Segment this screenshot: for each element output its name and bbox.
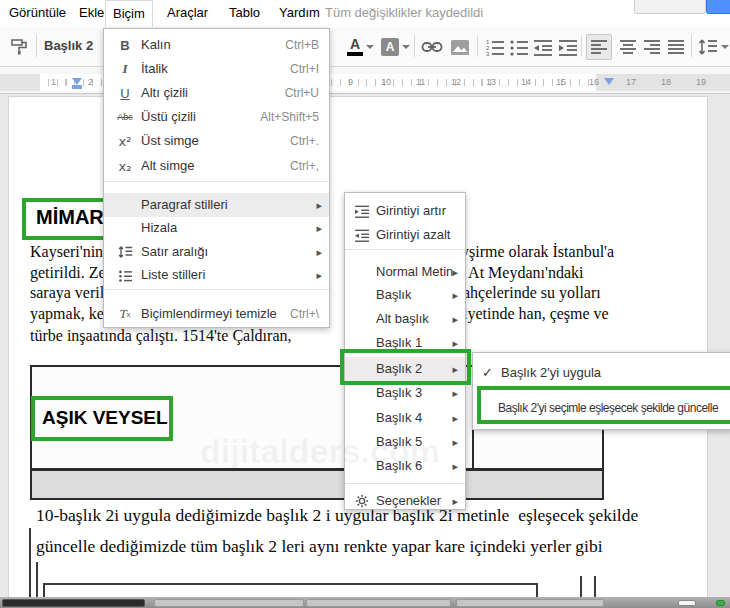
doc-body-line: yapmak, ker (30, 305, 109, 323)
menu-item-underline[interactable]: U Altı çizili Ctrl+U (104, 81, 329, 105)
menu-separator (104, 181, 329, 182)
menu-item-italic[interactable]: I İtalik Ctrl+I (104, 57, 329, 81)
doc-body-line: türbe inşaatında çalıştı. 1514'te Çaldır… (30, 327, 291, 345)
highlight-color-icon[interactable]: A (379, 36, 401, 58)
left-indent-marker[interactable] (72, 78, 82, 85)
menu-item-apply-heading2[interactable]: ✓ Başlık 2'yi uygula (473, 359, 730, 387)
share-button[interactable] (706, 0, 730, 14)
menu-yardim[interactable]: Yardım (272, 0, 327, 26)
doc-table-shaded-row[interactable] (30, 469, 604, 500)
submenu-arrow-icon: ▸ (316, 263, 322, 287)
decrease-indent-icon[interactable] (532, 36, 554, 58)
align-justify-icon[interactable] (665, 36, 687, 58)
menu-item-line-spacing[interactable]: Satır aralığı ▸ (104, 240, 329, 264)
doc-body-line: Kayseri'nin (30, 243, 103, 261)
submenu-arrow-icon: ▸ (452, 381, 458, 405)
italic-icon: I (113, 57, 137, 81)
paint-format-icon[interactable] (8, 36, 30, 58)
submenu-arrow-icon: ▸ (452, 406, 458, 430)
menu-item-heading-2[interactable]: Başlık 2▸ (345, 357, 465, 381)
toolbar-separator (581, 35, 582, 57)
doc-bottom-line: güncelle dediğimizde tüm başlık 2 leri a… (36, 536, 603, 557)
increase-indent-icon (350, 199, 374, 223)
heading2-submenu-panel: ✓ Başlık 2'yi uygula Başlık 2'yi seçimle… (472, 352, 730, 430)
ruler-number: 18 (661, 77, 671, 87)
menu-item-options[interactable]: Seçenekler ▸ (345, 489, 465, 510)
comments-button[interactable] (634, 0, 706, 14)
submenu-arrow-icon: ▸ (452, 454, 458, 478)
line-spacing-caret-icon[interactable] (721, 45, 729, 49)
doc-table-border (29, 528, 31, 597)
underline-icon: U (113, 81, 137, 105)
watermark-text: dijitalders.com (200, 432, 440, 471)
menu-item-subtitle[interactable]: Alt başlık▸ (345, 307, 465, 331)
toolbar-separator (414, 35, 415, 57)
menu-separator (104, 289, 329, 290)
ruler-number: 15 (556, 77, 566, 87)
ruler-number: 13 (486, 77, 496, 87)
taskbar-button[interactable] (154, 599, 304, 607)
menu-bicim[interactable]: Biçim (105, 0, 153, 27)
menu-item-heading-3[interactable]: Başlık 3▸ (345, 381, 465, 405)
taskbar-button[interactable] (456, 599, 604, 607)
doc-heading-veysel: AŞIK VEYSEL (42, 407, 168, 429)
submenu-arrow-icon: ▸ (316, 216, 322, 240)
taskbar-button-active[interactable] (2, 599, 145, 607)
text-color-icon[interactable]: A (344, 36, 366, 58)
bulleted-list-icon[interactable] (508, 36, 530, 58)
list-styles-icon (113, 263, 137, 287)
increase-indent-icon[interactable] (557, 36, 579, 58)
submenu-arrow-icon: ▸ (316, 193, 322, 217)
ruler-number: 2 (88, 77, 93, 87)
doc-body-line: ahçelerinde su yolları (463, 284, 601, 302)
highlight-color-caret-icon[interactable] (402, 45, 410, 49)
insert-image-icon[interactable] (449, 36, 471, 58)
ruler-number: 9 (348, 77, 353, 87)
menu-item-update-heading2[interactable]: Başlık 2'yi seçimle eşleşecek şekilde gü… (473, 389, 730, 427)
menu-item-heading-4[interactable]: Başlık 4▸ (345, 406, 465, 430)
line-spacing-icon (113, 240, 137, 264)
ruler-number: 16 (589, 77, 599, 87)
menu-separator (345, 483, 465, 484)
line-spacing-icon[interactable] (697, 36, 719, 58)
doc-table-border (43, 583, 538, 585)
insert-link-icon[interactable] (421, 36, 443, 58)
taskbar-button[interactable] (306, 599, 451, 607)
toolbar-separator (36, 35, 37, 57)
taskbar-tray-item[interactable] (678, 600, 696, 606)
superscript-icon: x² (113, 129, 137, 153)
menu-araclar[interactable]: Araçlar (160, 0, 215, 26)
ruler-number: 11 (416, 77, 425, 87)
menu-goruntule[interactable]: Görüntüle (2, 0, 73, 26)
left-margin-marker[interactable] (72, 85, 82, 89)
text-color-caret-icon[interactable] (366, 45, 374, 49)
menu-item-decrease-indent[interactable]: Girintiyi azalt (345, 223, 465, 247)
menu-item-align[interactable]: Hizala ▸ (104, 216, 329, 240)
google-docs-window: MİMAR S Kayseri'nin vşirme olarak İstanb… (0, 0, 730, 608)
menu-item-list-styles[interactable]: Liste stilleri ▸ (104, 263, 329, 287)
doc-body-line: , At Meydanı'ndaki (461, 264, 583, 282)
menu-item-paragraph-styles[interactable]: Paragraf stilleri ▸ (104, 193, 329, 217)
menu-item-normal-text[interactable]: Normal Metin▸ (345, 260, 465, 284)
menu-item-strikethrough[interactable]: Abc Üstü çizili Alt+Shift+5 (104, 105, 329, 129)
clear-formatting-icon: Tx (113, 302, 137, 326)
align-center-icon[interactable] (617, 36, 639, 58)
menu-item-increase-indent[interactable]: Girintiyi artır (345, 199, 465, 223)
numbered-list-icon[interactable]: 123 (484, 36, 506, 58)
menu-item-superscript[interactable]: x² Üst simge Ctrl+. (104, 129, 329, 153)
menu-item-subscript[interactable]: x₂ Alt simge Ctrl+, (104, 154, 329, 178)
menu-tablo[interactable]: Tablo (222, 0, 267, 26)
ruler-number: 19 (696, 77, 706, 87)
menu-item-title[interactable]: Başlık▸ (345, 283, 465, 307)
menu-item-clear-formatting[interactable]: Tx Biçimlendirmeyi temizle Ctrl+\ (104, 302, 329, 326)
menu-item-heading-1[interactable]: Başlık 1▸ (345, 331, 465, 355)
paragraph-style-selector[interactable]: Başlık 2 (44, 27, 93, 65)
align-left-icon[interactable] (586, 34, 612, 60)
menu-item-bold[interactable]: B Kalın Ctrl+B (104, 33, 329, 57)
doc-table-border (536, 583, 538, 597)
doc-bottom-line: 10-başlık 2i uygula dediğimizde başlık 2… (36, 505, 638, 526)
strikethrough-icon: Abc (113, 105, 137, 129)
right-margin-marker[interactable] (604, 78, 614, 85)
align-right-icon[interactable] (641, 36, 663, 58)
doc-body-line: saraya verile (30, 284, 111, 302)
